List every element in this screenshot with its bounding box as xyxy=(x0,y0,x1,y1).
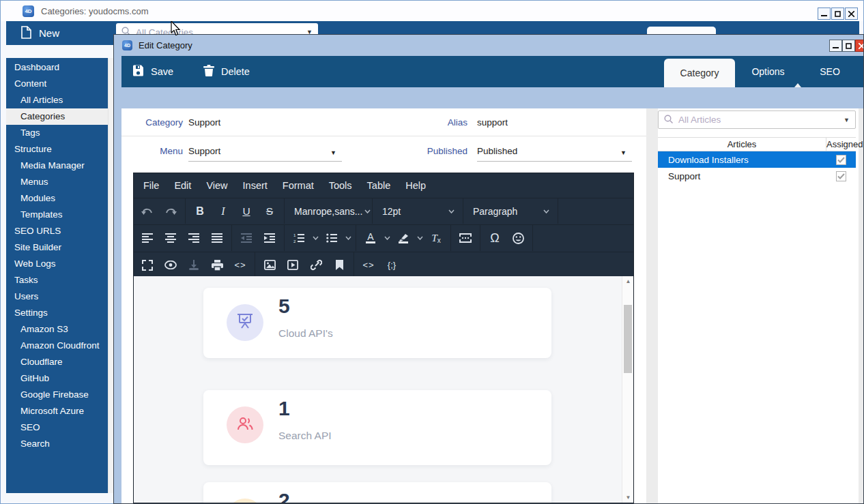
scrollbar-thumb[interactable] xyxy=(624,305,632,373)
font-size-select[interactable]: 12pt xyxy=(375,206,460,217)
emoji-icon[interactable] xyxy=(510,230,526,246)
sidebar-item-content[interactable]: Content xyxy=(6,76,108,92)
chevron-down-icon[interactable]: ▼ xyxy=(844,117,850,123)
sidebar-item-seo-urls[interactable]: SEO URLS xyxy=(6,223,108,239)
dialog-toolbar: Save Delete Category Options SEO xyxy=(121,56,863,87)
sidebar-item-categories[interactable]: Categories xyxy=(6,108,108,125)
sidebar-item-menus[interactable]: Menus xyxy=(6,174,108,190)
sidebar-item-users[interactable]: Users xyxy=(6,288,108,305)
dialog-maximize-button[interactable] xyxy=(842,40,855,52)
highlight-color-chevron-icon[interactable] xyxy=(415,236,424,240)
sidebar-item-site-builder[interactable]: Site Builder xyxy=(6,239,108,256)
redo-icon[interactable] xyxy=(162,203,179,220)
sidebar-item-amazon-s3[interactable]: Amazon S3 xyxy=(6,321,108,338)
undo-icon[interactable] xyxy=(139,203,156,220)
sidebar-item-microsoft-azure[interactable]: Microsoft Azure xyxy=(6,403,108,419)
published-chevron-down-icon[interactable]: ▼ xyxy=(620,149,627,156)
sidebar-item-google-firebase[interactable]: Google Firebase xyxy=(6,387,108,403)
font-family-select[interactable]: Manrope,sans... xyxy=(287,206,369,217)
minimize-button[interactable] xyxy=(818,8,831,20)
strikethrough-icon[interactable]: S xyxy=(261,203,278,220)
sidebar-item-settings[interactable]: Settings xyxy=(6,305,108,321)
new-button[interactable]: New xyxy=(21,21,59,45)
special-character-icon[interactable]: Ω xyxy=(487,230,503,246)
close-button[interactable] xyxy=(845,8,858,20)
sidebar-item-amazon-cloudfront[interactable]: Amazon Cloudfront xyxy=(6,338,108,354)
menu-file[interactable]: File xyxy=(136,180,167,191)
sidebar-item-cloudflare[interactable]: Cloudflare xyxy=(6,354,108,370)
align-justify-icon[interactable] xyxy=(209,230,225,246)
tab-category[interactable]: Category xyxy=(664,59,735,87)
menu-edit[interactable]: Edit xyxy=(167,180,199,191)
source-code-icon[interactable]: <> xyxy=(232,257,248,273)
underline-icon[interactable]: U xyxy=(238,203,255,220)
preview-icon[interactable] xyxy=(162,257,179,273)
delete-button[interactable]: Delete xyxy=(203,56,250,87)
menu-view[interactable]: View xyxy=(199,180,235,191)
clear-formatting-icon[interactable]: Tx xyxy=(428,230,444,246)
bold-icon[interactable]: B xyxy=(192,203,208,220)
scroll-down-icon[interactable]: ▼ xyxy=(622,494,633,501)
insert-media-icon[interactable] xyxy=(285,257,301,273)
align-right-icon[interactable] xyxy=(186,230,202,246)
italic-icon[interactable]: I xyxy=(215,203,231,220)
menu-help[interactable]: Help xyxy=(398,180,433,191)
sidebar-item-github[interactable]: GitHub xyxy=(6,370,108,387)
alias-value[interactable]: support xyxy=(477,117,508,128)
menu-insert[interactable]: Insert xyxy=(235,180,275,191)
code-icon[interactable]: <> xyxy=(360,257,377,273)
sidebar-item-search[interactable]: Search xyxy=(6,436,108,452)
articles-search-input[interactable]: All Articles ▼ xyxy=(658,110,856,129)
sidebar-item-seo[interactable]: SEO xyxy=(6,419,108,436)
sidebar-item-tags[interactable]: Tags xyxy=(6,125,108,141)
fullscreen-icon[interactable] xyxy=(139,257,156,273)
ordered-list-chevron-icon[interactable] xyxy=(311,236,320,240)
insert-link-icon[interactable] xyxy=(308,257,324,273)
print-icon[interactable] xyxy=(209,257,225,273)
menu-select[interactable]: Support xyxy=(188,146,220,156)
save-button[interactable]: Save xyxy=(132,56,173,87)
category-value[interactable]: Support xyxy=(188,117,220,128)
highlight-color-icon[interactable] xyxy=(395,230,412,246)
dialog-minimize-button[interactable] xyxy=(829,40,842,52)
align-left-icon[interactable] xyxy=(139,230,156,246)
editor-scrollbar[interactable]: ▲ ▼ xyxy=(622,276,633,503)
sidebar-item-all-articles[interactable]: All Articles xyxy=(6,92,108,108)
bullet-list-chevron-icon[interactable] xyxy=(343,236,353,240)
table-row[interactable]: Support xyxy=(658,168,856,184)
dialog-close-button[interactable] xyxy=(855,40,864,52)
editor-content[interactable]: 5 Cloud API's 1 Search API xyxy=(134,276,633,503)
insert-image-icon[interactable] xyxy=(261,257,278,273)
bullet-list-icon[interactable] xyxy=(323,230,340,246)
menu-table[interactable]: Table xyxy=(360,180,399,191)
block-format-select[interactable]: Paragraph xyxy=(466,206,555,217)
table-row[interactable]: Download Installers xyxy=(658,151,856,168)
indent-icon[interactable] xyxy=(261,230,278,246)
code-sample-icon[interactable]: {;} xyxy=(384,257,400,273)
align-center-icon[interactable] xyxy=(162,230,179,246)
sidebar-item-templates[interactable]: Templates xyxy=(6,207,108,223)
column-assigned[interactable]: Assigned xyxy=(826,139,856,149)
maximize-button[interactable] xyxy=(831,8,844,20)
published-select[interactable]: Published xyxy=(477,146,517,156)
sidebar-item-dashboard[interactable]: Dashboard xyxy=(6,59,108,76)
assigned-checkbox[interactable] xyxy=(836,155,846,165)
assigned-checkbox[interactable] xyxy=(836,171,846,181)
scroll-up-icon[interactable]: ▲ xyxy=(622,278,633,284)
text-color-icon[interactable]: A xyxy=(362,230,379,246)
sidebar-item-tasks[interactable]: Tasks xyxy=(6,272,108,288)
column-articles[interactable]: Articles xyxy=(658,138,826,151)
sidebar-item-structure[interactable]: Structure xyxy=(6,141,108,158)
tab-seo[interactable]: SEO xyxy=(801,56,859,87)
menu-format[interactable]: Format xyxy=(275,180,321,191)
sidebar-item-modules[interactable]: Modules xyxy=(6,190,108,207)
sidebar-item-web-logs[interactable]: Web Logs xyxy=(6,256,108,272)
menu-tools[interactable]: Tools xyxy=(321,180,360,191)
text-color-chevron-icon[interactable] xyxy=(382,236,392,240)
ordered-list-icon[interactable]: 12 xyxy=(291,230,307,246)
menu-chevron-down-icon[interactable]: ▼ xyxy=(330,149,336,156)
sidebar-item-media-manager[interactable]: Media Manager xyxy=(6,158,108,174)
page-break-icon[interactable] xyxy=(457,230,474,246)
anchor-bookmark-icon[interactable] xyxy=(331,257,347,273)
tab-options[interactable]: Options xyxy=(735,56,801,87)
